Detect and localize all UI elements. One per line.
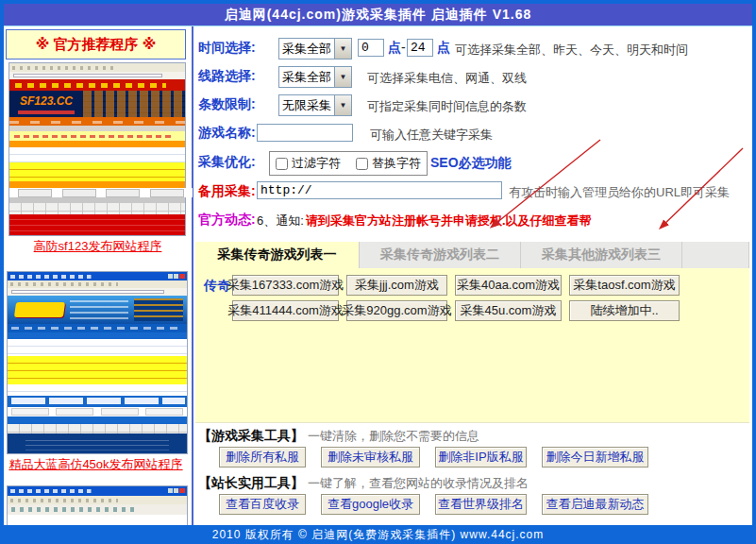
top-ad-banner (9, 79, 185, 91)
time-hint: 可选择采集全部、昨天、今天、明天和时间 (455, 42, 688, 59)
copyright-bar: 2010 版权所有 © 启迪网(免费游戏采集插件) www.44cj.com (0, 525, 756, 544)
time-from-input[interactable] (358, 39, 384, 57)
table-rows-white (9, 147, 185, 162)
game-list-tabs: 采集传奇游戏列表一 采集传奇游戏列表二 采集其他游戏列表三 (195, 242, 749, 268)
collect-167333-button[interactable]: 采集167333.com游戏 (232, 275, 339, 296)
title-bar: 启迪网(44cj.com)游戏采集插件 启迪插件 V1.68 (4, 4, 752, 26)
news-prefix: 6、通知: (257, 212, 304, 230)
site-tools-heading: 【站长实用工具】 一键了解，查看您网站的收录情况及排名 (198, 475, 529, 492)
official-news-label: 官方动态: (198, 212, 256, 229)
time-select-combo[interactable]: 采集全部 ▼ (278, 38, 352, 60)
more-coming-button[interactable]: 陆续增加中.. (569, 300, 680, 321)
logo-tagline (18, 110, 75, 114)
site-tools-desc: 一键了解，查看您网站的收录情况及排名 (308, 476, 529, 490)
table-header-row (9, 141, 185, 147)
limit-hint: 可指定采集同时间信息的条数 (367, 98, 527, 115)
plugin-window: 启迪网(44cj.com)游戏采集插件 启迪插件 V1.68 ※ 官方推荐程序 … (0, 0, 756, 544)
check-baidu-button[interactable]: 查看百度收录 (219, 494, 306, 515)
collect-40aa-button[interactable]: 采集40aa.com游戏 (455, 275, 562, 296)
tab-legend-list-1[interactable]: 采集传奇游戏列表一 (195, 242, 360, 268)
table-rows-white (8, 339, 187, 356)
window-body: 启迪网(44cj.com)游戏采集插件 启迪插件 V1.68 ※ 官方推荐程序 … (4, 4, 752, 525)
browser-address-bar (9, 72, 185, 79)
blue-cells-row (8, 396, 187, 407)
promo-screenshot-sf123: SF123.CC (8, 62, 186, 236)
table-rows-yellow (9, 162, 185, 181)
site-logo (14, 302, 65, 317)
delete-all-button[interactable]: 删除所有私服 (219, 447, 306, 468)
browser-address-bar (8, 288, 187, 296)
ad-boxes-row (9, 188, 193, 197)
game-tools-heading: 【游戏采集工具】 一键清除，删除您不需要的信息 (198, 428, 479, 445)
collect-jjj-button[interactable]: 采集jjj.com游戏 (346, 275, 447, 296)
replace-chars-checkbox[interactable] (356, 158, 368, 170)
game-list-panel: 传奇 采集167333.com游戏 采集jjj.com游戏 采集40aa.com… (195, 268, 749, 423)
line-select-value: 采集全部 (279, 69, 334, 86)
delete-unreviewed-button[interactable]: 删除未审核私服 (321, 447, 420, 468)
game-name-hint: 可输入任意关键字采集 (370, 127, 493, 144)
delete-nonip-button[interactable]: 删除非IP版私服 (435, 447, 527, 468)
backup-label: 备用采集: (198, 183, 256, 200)
browser-toolbar (9, 63, 185, 72)
delete-today-new-button[interactable]: 删除今日新增私服 (542, 447, 648, 468)
sf123-logo: SF123.CC (20, 94, 73, 108)
sidebar: ※ 官方推荐程序 ※ SF123.CC (4, 26, 193, 525)
table-rows-white-2 (8, 384, 187, 396)
chevron-down-icon[interactable]: ▼ (334, 95, 351, 115)
line-select-combo[interactable]: 采集全部 ▼ (278, 66, 352, 88)
nav-bar (9, 117, 185, 126)
time-select-label: 时间选择: (198, 40, 256, 57)
limit-select-combo[interactable]: 无限采集 ▼ (278, 94, 352, 116)
promo-screenshot-45ok (7, 271, 188, 454)
browser-title-bar (8, 272, 187, 280)
site-footer-red (9, 214, 185, 235)
time-to-unit: 点 (437, 40, 450, 57)
filter-chars-option[interactable]: 过滤字符 (276, 155, 341, 172)
notice-strip (9, 131, 185, 141)
copyright-text: 2010 版权所有 © 启迪网(免费游戏采集插件) www.44cj.com (212, 527, 545, 543)
check-google-button[interactable]: 查看google收录 (321, 494, 420, 515)
column-header (8, 332, 187, 339)
chevron-down-icon[interactable]: ▼ (334, 39, 351, 59)
tab-other-list-3[interactable]: 采集其他游戏列表三 (521, 242, 682, 268)
backup-url-input[interactable] (257, 181, 502, 199)
browser-menu-bar (8, 280, 187, 288)
collect-411444-button[interactable]: 采集411444.com游戏 (232, 300, 339, 321)
promo-link-sf123[interactable]: 高防sf123发布网站程序 (6, 238, 190, 255)
header-link-grid (83, 91, 185, 117)
blue-band (8, 416, 187, 424)
optimize-checkbox-group: 过滤字符 替换字符 (269, 151, 428, 176)
promo-link-45ok[interactable]: 精品大蓝高仿45ok发布网站程序 (4, 456, 188, 473)
promo-screenshot-partial (7, 485, 188, 526)
check-world-rank-button[interactable]: 查看世界级排名 (435, 494, 527, 515)
backup-hint: 有攻击时输入管理员给你的URL即可采集 (509, 184, 730, 201)
line-select-label: 线路选择: (198, 68, 256, 85)
time-range-dash: - (401, 40, 406, 55)
table-rows-yellow (8, 356, 187, 384)
news-text: 请到采集官方站注册帐号并申请授权.以及仔细查看帮 (306, 212, 592, 230)
check-qidi-news-button[interactable]: 查看启迪最新动态 (542, 494, 648, 515)
game-name-label: 游戏名称: (198, 125, 256, 142)
replace-chars-label: 替换字符 (372, 155, 421, 172)
replace-chars-option[interactable]: 替换字符 (356, 155, 421, 172)
filter-chars-checkbox[interactable] (276, 158, 288, 170)
collect-920gg-button[interactable]: 采集920gg.com游戏 (346, 300, 447, 321)
white-boxes-row (8, 407, 187, 416)
game-name-input[interactable] (257, 124, 353, 142)
header-search-area (70, 300, 128, 320)
seo-note: SEO必选功能 (430, 155, 512, 172)
friend-links-grid (8, 424, 187, 434)
browser-menu-bar (8, 496, 187, 504)
time-to-input[interactable] (407, 39, 433, 57)
chevron-down-icon[interactable]: ▼ (334, 67, 351, 87)
header-promo-box (134, 298, 183, 321)
site-footer-dark (8, 434, 187, 453)
friend-links-grid (9, 203, 185, 214)
collect-taosf-button[interactable]: 采集taosf.com游戏 (569, 275, 680, 296)
tab-legend-list-2[interactable]: 采集传奇游戏列表二 (360, 242, 521, 268)
game-tools-title: 【游戏采集工具】 (198, 428, 304, 443)
line-hint: 可选择采集电信、网通、双线 (367, 70, 527, 87)
table-footer-row (9, 181, 185, 188)
browser-toolbar (8, 504, 187, 515)
collect-45u-button[interactable]: 采集45u.com游戏 (455, 300, 562, 321)
